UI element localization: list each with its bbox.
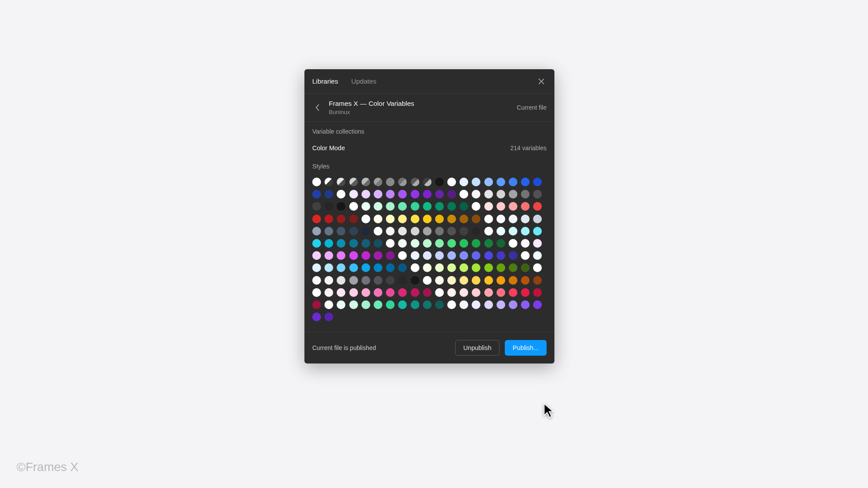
- color-swatch[interactable]: [349, 288, 358, 297]
- color-swatch[interactable]: [423, 288, 432, 297]
- color-swatch[interactable]: [324, 263, 333, 272]
- color-swatch[interactable]: [521, 251, 530, 260]
- color-swatch[interactable]: [435, 190, 444, 199]
- color-swatch[interactable]: [324, 239, 333, 248]
- color-swatch[interactable]: [374, 202, 382, 211]
- color-swatch[interactable]: [411, 263, 419, 272]
- color-swatch[interactable]: [398, 215, 407, 223]
- color-swatch[interactable]: [447, 178, 456, 186]
- color-swatch[interactable]: [459, 239, 468, 248]
- color-swatch[interactable]: [337, 276, 345, 285]
- color-swatch[interactable]: [521, 202, 530, 211]
- color-swatch[interactable]: [459, 251, 468, 260]
- color-swatch[interactable]: [398, 288, 407, 297]
- color-swatch[interactable]: [312, 239, 321, 248]
- color-swatch[interactable]: [447, 239, 456, 248]
- color-swatch[interactable]: [386, 251, 395, 260]
- color-swatch[interactable]: [398, 202, 407, 211]
- color-swatch[interactable]: [324, 313, 333, 321]
- color-swatch[interactable]: [349, 227, 358, 236]
- color-swatch[interactable]: [447, 288, 456, 297]
- color-swatch[interactable]: [374, 288, 382, 297]
- color-swatch[interactable]: [435, 288, 444, 297]
- color-swatch[interactable]: [361, 178, 370, 186]
- color-swatch[interactable]: [349, 202, 358, 211]
- color-swatch[interactable]: [411, 251, 419, 260]
- color-swatch[interactable]: [435, 300, 444, 309]
- color-swatch[interactable]: [472, 202, 480, 211]
- color-swatch[interactable]: [386, 190, 395, 199]
- color-swatch[interactable]: [374, 251, 382, 260]
- tab-updates[interactable]: Updates: [351, 77, 376, 85]
- color-swatch[interactable]: [398, 300, 407, 309]
- color-swatch[interactable]: [374, 227, 382, 236]
- color-swatch[interactable]: [337, 178, 345, 186]
- color-swatch[interactable]: [349, 190, 358, 199]
- color-swatch[interactable]: [509, 227, 517, 236]
- color-swatch[interactable]: [496, 251, 505, 260]
- color-swatch[interactable]: [533, 190, 542, 199]
- color-swatch[interactable]: [447, 202, 456, 211]
- color-swatch[interactable]: [509, 288, 517, 297]
- color-swatch[interactable]: [459, 215, 468, 223]
- color-swatch[interactable]: [521, 288, 530, 297]
- color-swatch[interactable]: [496, 276, 505, 285]
- color-swatch[interactable]: [411, 288, 419, 297]
- color-swatch[interactable]: [521, 276, 530, 285]
- color-swatch[interactable]: [447, 227, 456, 236]
- color-swatch[interactable]: [386, 300, 395, 309]
- color-swatch[interactable]: [521, 190, 530, 199]
- color-swatch[interactable]: [386, 263, 395, 272]
- color-swatch[interactable]: [411, 276, 419, 285]
- color-swatch[interactable]: [521, 239, 530, 248]
- color-swatch[interactable]: [484, 251, 493, 260]
- color-swatch[interactable]: [386, 239, 395, 248]
- color-swatch[interactable]: [411, 239, 419, 248]
- color-swatch[interactable]: [435, 227, 444, 236]
- color-swatch[interactable]: [533, 276, 542, 285]
- color-swatch[interactable]: [484, 178, 493, 186]
- color-swatch[interactable]: [349, 178, 358, 186]
- color-swatch[interactable]: [533, 239, 542, 248]
- color-swatch[interactable]: [472, 300, 480, 309]
- color-swatch[interactable]: [349, 300, 358, 309]
- color-swatch[interactable]: [324, 215, 333, 223]
- color-swatch[interactable]: [509, 202, 517, 211]
- color-swatch[interactable]: [484, 300, 493, 309]
- collection-row[interactable]: Color Mode 214 variables: [304, 139, 554, 155]
- color-swatch[interactable]: [472, 215, 480, 223]
- color-swatch[interactable]: [435, 215, 444, 223]
- color-swatch[interactable]: [312, 263, 321, 272]
- color-swatch[interactable]: [349, 215, 358, 223]
- color-swatch[interactable]: [423, 263, 432, 272]
- color-swatch[interactable]: [337, 227, 345, 236]
- color-swatch[interactable]: [337, 288, 345, 297]
- color-swatch[interactable]: [533, 215, 542, 223]
- color-swatch[interactable]: [374, 215, 382, 223]
- color-swatch[interactable]: [386, 202, 395, 211]
- color-swatch[interactable]: [374, 178, 382, 186]
- color-swatch[interactable]: [459, 227, 468, 236]
- color-swatch[interactable]: [472, 288, 480, 297]
- color-swatch[interactable]: [337, 215, 345, 223]
- color-swatch[interactable]: [423, 276, 432, 285]
- color-swatch[interactable]: [496, 300, 505, 309]
- color-swatch[interactable]: [509, 251, 517, 260]
- color-swatch[interactable]: [398, 227, 407, 236]
- color-swatch[interactable]: [533, 202, 542, 211]
- color-swatch[interactable]: [324, 276, 333, 285]
- color-swatch[interactable]: [521, 178, 530, 186]
- color-swatch[interactable]: [374, 263, 382, 272]
- color-swatch[interactable]: [324, 202, 333, 211]
- color-swatch[interactable]: [374, 276, 382, 285]
- color-swatch[interactable]: [533, 251, 542, 260]
- color-swatch[interactable]: [349, 276, 358, 285]
- color-swatch[interactable]: [312, 190, 321, 199]
- color-swatch[interactable]: [533, 178, 542, 186]
- color-swatch[interactable]: [398, 178, 407, 186]
- color-swatch[interactable]: [423, 227, 432, 236]
- color-swatch[interactable]: [521, 215, 530, 223]
- color-swatch[interactable]: [533, 300, 542, 309]
- color-swatch[interactable]: [312, 215, 321, 223]
- color-swatch[interactable]: [337, 239, 345, 248]
